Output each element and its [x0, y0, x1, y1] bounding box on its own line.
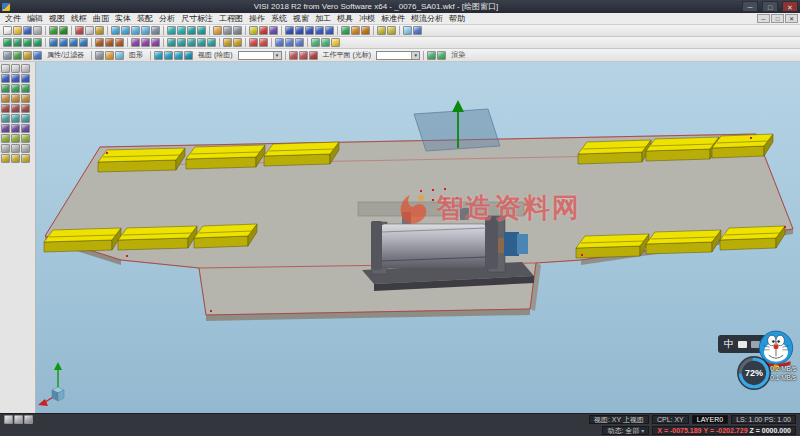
loft-icon[interactable]	[33, 38, 42, 47]
isolate-icon[interactable]	[21, 154, 30, 163]
workplane-combobox[interactable]: ▾	[376, 51, 420, 60]
section-icon[interactable]	[259, 38, 268, 47]
new-icon[interactable]	[3, 26, 12, 35]
mirror-icon[interactable]	[177, 38, 186, 47]
line-tool-icon[interactable]	[11, 74, 20, 83]
menu-item-实体[interactable]: 实体	[112, 13, 134, 24]
shell-icon[interactable]	[69, 38, 78, 47]
view-iso-icon[interactable]	[167, 26, 176, 35]
pocket-icon[interactable]	[105, 38, 114, 47]
point-tool-icon[interactable]	[1, 74, 10, 83]
rotate-icon[interactable]	[197, 38, 206, 47]
circle-tool-icon[interactable]	[1, 84, 10, 93]
menu-item-编辑[interactable]: 编辑	[24, 13, 46, 24]
project-tool-icon[interactable]	[11, 104, 20, 113]
menu-item-曲面[interactable]: 曲面	[90, 13, 112, 24]
layer-tool-icon[interactable]	[1, 154, 10, 163]
text-tool-icon[interactable]	[21, 94, 30, 103]
view-top-quick-icon[interactable]	[164, 51, 173, 60]
menu-item-标准件[interactable]: 标准件	[378, 13, 408, 24]
copy-icon[interactable]	[85, 26, 94, 35]
surface-icon[interactable]	[341, 26, 350, 35]
extrude-icon[interactable]	[3, 38, 12, 47]
cpl-view-icon[interactable]	[299, 51, 308, 60]
feature-rib-icon[interactable]	[11, 134, 20, 143]
pan-icon[interactable]	[151, 26, 160, 35]
edge-filter-icon[interactable]	[23, 51, 32, 60]
paste-icon[interactable]	[95, 26, 104, 35]
menu-item-视窗[interactable]: 视窗	[290, 13, 312, 24]
chevron-down-icon[interactable]: ▾	[411, 52, 419, 59]
close-button[interactable]: ✕	[782, 1, 798, 12]
shaded-mode-icon[interactable]	[105, 51, 114, 60]
menu-item-工程图[interactable]: 工程图	[216, 13, 246, 24]
snap-intersect-icon[interactable]	[24, 415, 33, 424]
guide-rail-block[interactable]	[44, 228, 121, 252]
menu-item-尺寸标注[interactable]: 尺寸标注	[178, 13, 216, 24]
dimension-icon[interactable]	[387, 26, 396, 35]
redo-icon[interactable]	[59, 26, 68, 35]
boolean-icon[interactable]	[361, 26, 370, 35]
3d-scene[interactable]	[36, 62, 800, 413]
hole-icon[interactable]	[95, 38, 104, 47]
menu-item-模具[interactable]: 模具	[334, 13, 356, 24]
rect-tool-icon[interactable]	[1, 94, 10, 103]
color-picker-icon[interactable]	[259, 26, 268, 35]
offset-tool-icon[interactable]	[1, 104, 10, 113]
guide-rail-block[interactable]	[576, 234, 649, 258]
dynamic-mode-selector[interactable]: 动态: 全部 ▾	[602, 426, 649, 435]
chevron-down-icon[interactable]: ▾	[273, 52, 281, 59]
view-previous-icon[interactable]	[184, 51, 193, 60]
arc-tool-icon[interactable]	[21, 74, 30, 83]
menu-item-冲模[interactable]: 冲模	[356, 13, 378, 24]
snap-mid-icon[interactable]	[14, 415, 23, 424]
lasso-icon[interactable]	[21, 64, 30, 73]
menu-item-帮助[interactable]: 帮助	[446, 13, 468, 24]
print-icon[interactable]	[33, 26, 42, 35]
circle-icon[interactable]	[305, 26, 314, 35]
analyze-icon[interactable]	[249, 38, 258, 47]
current-view-indicator[interactable]: 视图: XY 上视图	[589, 415, 649, 424]
hidden-line-icon[interactable]	[233, 26, 242, 35]
zoom-out-icon[interactable]	[141, 26, 150, 35]
zoom-all-icon[interactable]	[111, 26, 120, 35]
maximize-button[interactable]: □	[762, 1, 778, 12]
ghost-mode-icon[interactable]	[115, 51, 124, 60]
surface-patch-icon[interactable]	[1, 114, 10, 123]
view-top-icon[interactable]	[177, 26, 186, 35]
cylinder-assembly[interactable]	[358, 202, 534, 291]
menu-item-视图[interactable]: 视图	[46, 13, 68, 24]
feature-slot-icon[interactable]	[21, 134, 30, 143]
guide-rail-block[interactable]	[720, 226, 785, 250]
polygon-tool-icon[interactable]	[11, 94, 20, 103]
layer-manager-icon[interactable]	[249, 26, 258, 35]
wireframe-icon[interactable]	[223, 26, 232, 35]
chamfer-icon[interactable]	[59, 38, 68, 47]
menu-item-装配[interactable]: 装配	[134, 13, 156, 24]
progress-gauge[interactable]: 72%	[736, 355, 772, 391]
calculator-icon[interactable]	[403, 26, 412, 35]
solid-block-icon[interactable]	[1, 124, 10, 133]
constraint-icon[interactable]	[233, 38, 242, 47]
viewport-3d[interactable]: 智造资料网 中	[36, 62, 800, 413]
guide-rail-block[interactable]	[98, 148, 185, 172]
guide-rail-block[interactable]	[646, 230, 721, 254]
minimize-button[interactable]: ─	[742, 1, 758, 12]
keyboard-icon[interactable]	[738, 341, 747, 348]
spline-tool-icon[interactable]	[21, 84, 30, 93]
material-icon[interactable]	[321, 38, 330, 47]
mdi-close-button[interactable]: ✕	[785, 14, 798, 23]
face-filter-icon[interactable]	[33, 51, 42, 60]
wcs-icon[interactable]	[275, 38, 284, 47]
scale-indicator[interactable]: LS: 1.00 PS: 1.00	[731, 415, 796, 424]
extend-icon[interactable]	[141, 38, 150, 47]
guide-rail-block[interactable]	[712, 134, 773, 158]
wireframe-mode-icon[interactable]	[95, 51, 104, 60]
visibility-icon[interactable]	[11, 154, 20, 163]
view-front-quick-icon[interactable]	[154, 51, 163, 60]
help-icon[interactable]	[413, 26, 422, 35]
render-mode-icon[interactable]	[311, 38, 320, 47]
cut-icon[interactable]	[75, 26, 84, 35]
measure-icon[interactable]	[377, 26, 386, 35]
menu-item-操作[interactable]: 操作	[246, 13, 268, 24]
